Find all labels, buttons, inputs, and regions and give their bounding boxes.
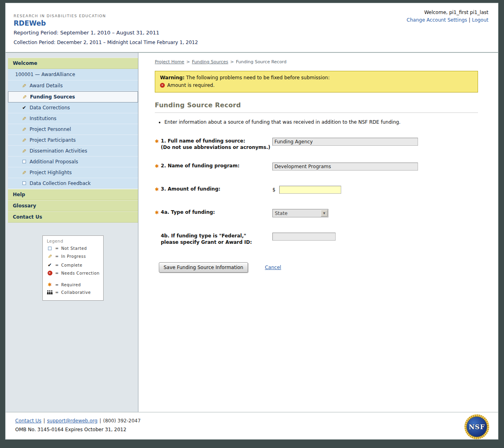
- header-right: Welcome, pi1_first pi1_last Change Accou…: [407, 10, 488, 23]
- funding-type-select[interactable]: State ▼: [272, 209, 328, 217]
- instruction-text: Enter information about a source of fund…: [164, 119, 478, 125]
- header: RESEARCH IN DISABILITIES EDUCATION RDEWe…: [6, 3, 498, 53]
- sidebar-item-label: Funding Sources: [30, 94, 75, 100]
- pencil-icon: ✎: [22, 138, 26, 143]
- field-label: 4a. Type of funding:: [161, 209, 215, 216]
- nsf-logo-text: NSF: [466, 416, 487, 437]
- footer-phone: (800) 392-2047: [103, 418, 141, 424]
- field-label: 3. Amount of funding:: [161, 186, 220, 193]
- field-row-grant-id: 4b. If funding type is "Federal," please…: [155, 233, 478, 245]
- legend-label: Not Started: [61, 246, 87, 251]
- not-started-icon: [22, 160, 26, 163]
- required-icon: ✱: [155, 187, 159, 192]
- footer: Contact Us|support@rdeweb.org|(800) 392-…: [6, 412, 498, 439]
- sidebar-item-label: Project Highlights: [30, 170, 72, 175]
- pencil-icon: ✎: [22, 127, 26, 132]
- sidebar-item-project-participants[interactable]: ✎ Project Participants: [8, 135, 138, 146]
- footer-separator: |: [44, 418, 45, 424]
- sidebar-item-additional-proposals[interactable]: Additional Proposals: [8, 157, 138, 167]
- logout-link[interactable]: Logout: [472, 17, 488, 23]
- sidebar-item-project-highlights[interactable]: ✎ Project Highlights: [8, 167, 138, 178]
- legend-eq: =: [55, 254, 59, 259]
- cancel-link[interactable]: Cancel: [265, 265, 281, 270]
- legend-item-complete: ✔ = Complete: [47, 262, 100, 268]
- warning-line: Warning: The following problems need to …: [160, 75, 473, 80]
- change-account-settings-link[interactable]: Change Account Settings: [407, 17, 467, 23]
- sidebar-item-label: Data Collection Feedback: [30, 181, 91, 186]
- sidebar-item-label: Project Personnel: [30, 127, 71, 132]
- dollar-prefix: $: [272, 187, 276, 193]
- field-row-funding-source-name: ✱ 1. Full name of funding source: (Do no…: [155, 138, 478, 151]
- page-title: Funding Source Record: [155, 101, 478, 113]
- collection-period: Collection Period: December 2, 2011 – Mi…: [14, 40, 498, 45]
- needs-correction-icon: ✕: [48, 271, 52, 275]
- app-window: RESEARCH IN DISABILITIES EDUCATION RDEWe…: [5, 3, 498, 440]
- sidebar-item-data-collection-feedback[interactable]: Data Collection Feedback: [8, 178, 138, 189]
- legend: Legend = Not Started ✎ = In Progress ✔ =…: [42, 235, 104, 301]
- sidebar-item-label: Additional Proposals: [30, 159, 78, 165]
- welcome-user: Welcome, pi1_first pi1_last: [407, 10, 488, 15]
- legend-label: Complete: [61, 263, 82, 267]
- funding-program-input[interactable]: [272, 163, 418, 171]
- grant-id-input[interactable]: [272, 233, 336, 241]
- sidebar-item-label: Institutions: [30, 116, 56, 121]
- funding-source-name-input[interactable]: [272, 138, 418, 146]
- legend-label: Collaborative: [61, 290, 91, 295]
- footer-separator: |: [100, 418, 101, 424]
- warning-text: The following problems need to be fixed …: [184, 75, 330, 80]
- legend-eq: =: [55, 246, 59, 251]
- sidebar-item-label: Award Details: [30, 83, 63, 88]
- warning-box: Warning: The following problems need to …: [155, 71, 478, 92]
- legend-item-not-started: = Not Started: [47, 246, 100, 251]
- sidebar-item-glossary[interactable]: Glossary: [8, 200, 138, 211]
- pencil-icon: ✎: [48, 253, 52, 259]
- form-actions: Save Funding Source Information Cancel: [159, 262, 478, 273]
- legend-label: Required: [61, 283, 81, 287]
- required-icon: ✱: [155, 139, 159, 144]
- save-funding-source-button[interactable]: Save Funding Source Information: [159, 262, 248, 273]
- header-separator: |: [469, 17, 470, 23]
- breadcrumb-current: Funding Source Record: [236, 59, 286, 64]
- reporting-period: Reporting Period: September 1, 2010 – Au…: [14, 30, 498, 36]
- not-started-icon: [22, 181, 26, 185]
- nsf-logo: NSF: [464, 414, 489, 439]
- field-row-funding-type: ✱ 4a. Type of funding: State ▼: [155, 209, 478, 217]
- footer-email-link[interactable]: support@rdeweb.org: [47, 418, 98, 424]
- breadcrumb-funding-sources[interactable]: Funding Sources: [192, 59, 228, 64]
- check-icon: ✔: [22, 105, 26, 110]
- sidebar-item-institutions[interactable]: ✎ Institutions: [8, 113, 138, 124]
- footer-contact-link[interactable]: Contact Us: [15, 418, 42, 424]
- funding-amount-input[interactable]: [279, 186, 341, 194]
- sidebar-item-welcome[interactable]: Welcome: [8, 58, 138, 69]
- required-icon: ✱: [48, 282, 52, 287]
- warning-error-text: Amount is required.: [167, 82, 214, 88]
- pencil-icon: ✎: [22, 170, 26, 175]
- legend-item-collaborative: = Collaborative: [47, 290, 100, 295]
- sidebar-item-dissemination-activities[interactable]: ✎ Dissemination Activities: [8, 146, 138, 157]
- main-content: Project Home>Funding Sources>Funding Sou…: [138, 53, 498, 412]
- warning-bold: Warning:: [160, 75, 184, 80]
- sidebar-item-award-details[interactable]: ✎ Award Details: [8, 80, 138, 91]
- sidebar-item-help[interactable]: Help: [8, 189, 138, 200]
- main-area: Welcome 100001 — AwardAlliance ✎ Award D…: [6, 53, 498, 412]
- field-row-amount: ✱ 3. Amount of funding: $: [155, 186, 478, 194]
- required-icon: ✱: [155, 163, 159, 169]
- sidebar-item-award[interactable]: 100001 — AwardAlliance: [8, 69, 138, 80]
- legend-label: In Progress: [61, 254, 86, 259]
- not-started-icon: [48, 247, 52, 250]
- legend-title: Legend: [47, 239, 100, 243]
- breadcrumb-project-home[interactable]: Project Home: [155, 59, 184, 64]
- pencil-icon: ✎: [22, 94, 27, 100]
- sidebar-item-data-corrections[interactable]: ✔ Data Corrections: [8, 102, 138, 113]
- sidebar-item-contact-us[interactable]: Contact Us: [8, 211, 138, 223]
- warning-error-row: ✕ Amount is required.: [160, 82, 473, 88]
- needs-correction-icon: ✕: [160, 83, 165, 88]
- breadcrumb: Project Home>Funding Sources>Funding Sou…: [155, 59, 478, 64]
- sidebar-item-funding-sources[interactable]: ✎ Funding Sources: [8, 91, 138, 102]
- legend-eq: =: [55, 271, 59, 275]
- sidebar-item-label: Project Participants: [30, 137, 76, 143]
- legend-item-in-progress: ✎ = In Progress: [47, 253, 100, 259]
- sidebar-item-project-personnel[interactable]: ✎ Project Personnel: [8, 124, 138, 135]
- required-icon: ✱: [155, 210, 159, 215]
- legend-eq: =: [55, 263, 59, 267]
